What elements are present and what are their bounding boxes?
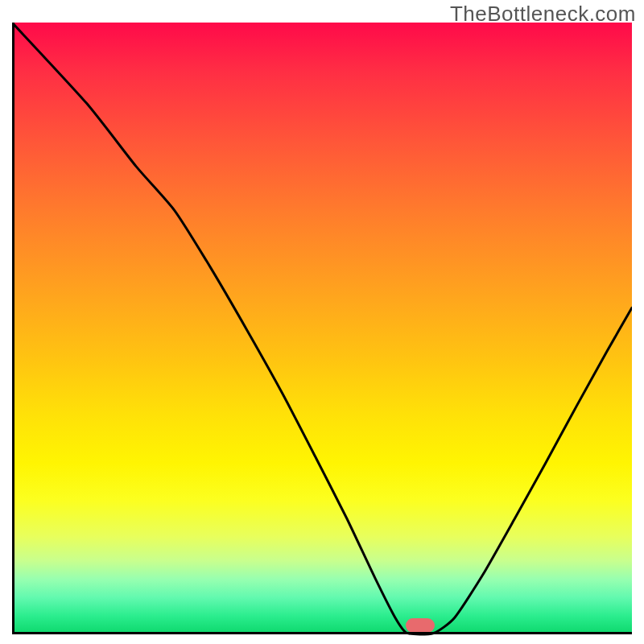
bottleneck-curve [12,23,632,642]
chart-stage: TheBottleneck.com [0,0,644,644]
plot-area [12,23,632,634]
optimal-marker [406,618,435,633]
